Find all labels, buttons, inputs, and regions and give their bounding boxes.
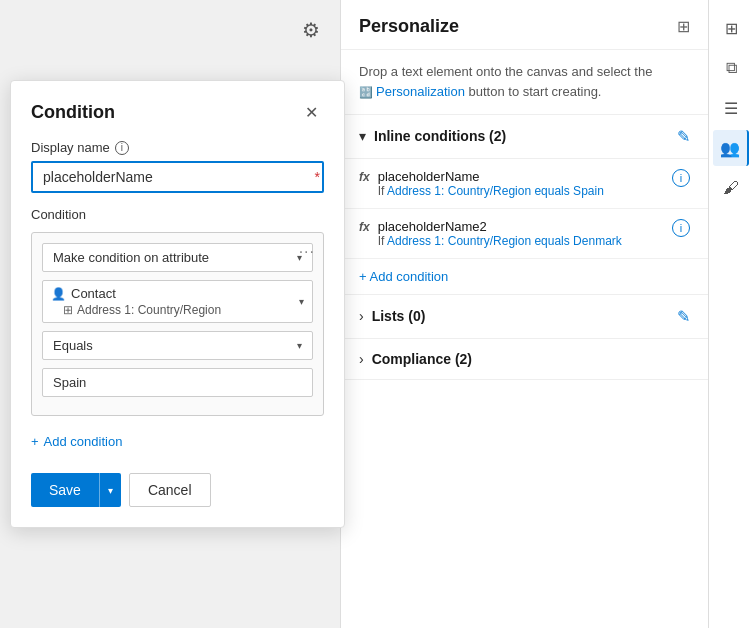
right-panel-header: Personalize ⊞ — [341, 0, 708, 50]
equals-chevron: ▾ — [297, 340, 302, 351]
condition-name-2: placeholderName2 — [378, 219, 622, 234]
inline-conditions-left: ▾ Inline conditions (2) — [359, 128, 506, 144]
condition-link-1[interactable]: Address 1: Country/Region equals Spain — [387, 184, 604, 198]
inline-conditions-header[interactable]: ▾ Inline conditions (2) ✎ — [341, 115, 708, 159]
description-text: Drop a text element onto the canvas and … — [359, 64, 652, 79]
close-button[interactable]: ✕ — [299, 101, 324, 124]
save-button-group: Save ▾ — [31, 473, 121, 507]
add-condition-right-button[interactable]: + Add condition — [359, 269, 448, 284]
right-description: Drop a text element onto the canvas and … — [341, 50, 708, 115]
gear-icon[interactable]: ⚙ — [302, 18, 320, 42]
condition-info-2[interactable]: i — [672, 219, 690, 237]
right-content: ▾ Inline conditions (2) ✎ fx placeholder… — [341, 115, 708, 629]
contact-sub: ⊞ Address 1: Country/Region — [63, 303, 221, 317]
condition-item-1: fx placeholderName If Address 1: Country… — [341, 159, 708, 209]
three-dots-menu[interactable]: ... — [299, 239, 315, 257]
condition-type-label: Make condition on attribute — [53, 250, 209, 265]
condition-desc-2: If Address 1: Country/Region equals Denm… — [378, 234, 622, 248]
condition-item-2-left: fx placeholderName2 If Address 1: Countr… — [359, 219, 622, 248]
description-suffix: button to start creating. — [469, 84, 602, 99]
contact-address-dropdown[interactable]: 👤 Contact ⊞ Address 1: Country/Region ▾ — [42, 280, 313, 323]
display-name-info-icon[interactable]: i — [115, 141, 129, 155]
lists-chevron: › — [359, 308, 364, 324]
display-name-label: Display name i — [31, 140, 324, 155]
condition-item-2-content: placeholderName2 If Address 1: Country/R… — [378, 219, 622, 248]
person-icon: 👤 — [51, 287, 66, 301]
compliance-left: › Compliance (2) — [359, 351, 472, 367]
modal-footer: Save ▾ Cancel — [31, 473, 324, 507]
inline-conditions-title: Inline conditions (2) — [374, 128, 506, 144]
modal-header: Condition ✕ — [31, 101, 324, 124]
contact-top: 👤 Contact — [51, 286, 221, 301]
condition-item-1-left: fx placeholderName If Address 1: Country… — [359, 169, 604, 198]
icon-bar-add-button[interactable]: ⊞ — [713, 10, 749, 46]
add-condition-button[interactable]: + Add condition — [31, 430, 122, 453]
required-star: * — [315, 169, 320, 185]
lists-left: › Lists (0) — [359, 308, 425, 324]
condition-link-2[interactable]: Address 1: Country/Region equals Denmark — [387, 234, 622, 248]
contact-label: Contact — [71, 286, 116, 301]
display-name-wrapper: * — [31, 161, 324, 193]
lists-edit-icon[interactable]: ✎ — [677, 307, 690, 326]
left-background: ⚙ Condition ✕ Display name i * Condition… — [0, 0, 340, 628]
personalization-icon: 🔡 — [359, 84, 373, 101]
condition-item-2: fx placeholderName2 If Address 1: Countr… — [341, 209, 708, 259]
right-panel-header-icon[interactable]: ⊞ — [677, 17, 690, 36]
contact-chevron: ▾ — [299, 296, 304, 307]
condition-item-1-content: placeholderName If Address 1: Country/Re… — [378, 169, 604, 198]
equals-label: Equals — [53, 338, 93, 353]
right-panel-title: Personalize — [359, 16, 459, 37]
display-name-input[interactable] — [31, 161, 324, 193]
icon-bar-list-button[interactable]: ☰ — [713, 90, 749, 126]
save-dropdown-button[interactable]: ▾ — [99, 473, 121, 507]
save-button[interactable]: Save — [31, 473, 99, 507]
add-condition-label: Add condition — [44, 434, 123, 449]
condition-info-1[interactable]: i — [672, 169, 690, 187]
condition-box: ... Make condition on attribute ▾ 👤 Cont… — [31, 232, 324, 416]
contact-label-group: 👤 Contact ⊞ Address 1: Country/Region — [51, 286, 221, 317]
modal-title: Condition — [31, 102, 115, 123]
equals-dropdown[interactable]: Equals ▾ — [42, 331, 313, 360]
contact-main: 👤 Contact ⊞ Address 1: Country/Region ▾ — [51, 286, 304, 317]
icon-bar: ⊞ ⧉ ☰ 👥 🖌 — [708, 0, 753, 628]
address-label: Address 1: Country/Region — [77, 303, 221, 317]
condition-name-1: placeholderName — [378, 169, 604, 184]
inline-conditions-chevron: ▾ — [359, 128, 366, 144]
lists-title: Lists (0) — [372, 308, 426, 324]
cancel-button[interactable]: Cancel — [129, 473, 211, 507]
add-condition-right-wrapper: + Add condition — [341, 259, 708, 295]
field-icon: ⊞ — [63, 303, 73, 317]
icon-bar-people-button[interactable]: 👥 — [713, 130, 749, 166]
inline-conditions-edit-icon[interactable]: ✎ — [677, 127, 690, 146]
compliance-title: Compliance (2) — [372, 351, 472, 367]
personalization-text: Personalization — [376, 82, 465, 102]
condition-section-label: Condition — [31, 207, 324, 222]
value-input[interactable] — [42, 368, 313, 397]
compliance-chevron: › — [359, 351, 364, 367]
condition-modal: Condition ✕ Display name i * Condition .… — [10, 80, 345, 528]
fx-badge-2: fx — [359, 220, 370, 234]
condition-desc-1: If Address 1: Country/Region equals Spai… — [378, 184, 604, 198]
lists-header[interactable]: › Lists (0) ✎ — [341, 295, 708, 339]
condition-type-dropdown[interactable]: Make condition on attribute ▾ — [42, 243, 313, 272]
compliance-header[interactable]: › Compliance (2) — [341, 339, 708, 380]
fx-badge-1: fx — [359, 170, 370, 184]
icon-bar-flow-button[interactable]: ⧉ — [713, 50, 749, 86]
add-condition-plus-icon: + — [31, 434, 39, 449]
icon-bar-brush-button[interactable]: 🖌 — [713, 170, 749, 206]
right-panel: Personalize ⊞ Drop a text element onto t… — [340, 0, 708, 628]
